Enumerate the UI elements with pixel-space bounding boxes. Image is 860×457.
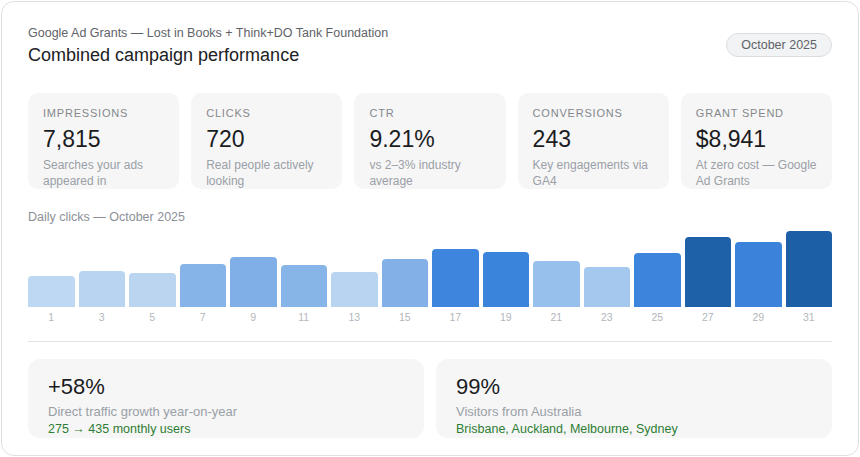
chart-bar [230,257,277,307]
chart-bar [281,265,328,307]
stat-card: CONVERSIONS 243 Key engagements via GA4 [518,93,669,189]
chart-tick-label: 31 [786,311,833,323]
highlights-row: +58% Direct traffic growth year-on-year … [28,359,832,438]
chart-tick-label: 15 [382,311,429,323]
highlight-card: 99% Visitors from Australia Brisbane, Au… [436,359,832,438]
stat-label: CTR [369,107,490,119]
chart-bar [533,261,580,307]
header-eyebrow: Google Ad Grants — Lost in Books + Think… [28,26,388,40]
chart-bar [483,252,530,307]
chart-tick-label: 19 [483,311,530,323]
stats-row: IMPRESSIONS 7,815 Searches your ads appe… [28,93,832,189]
stat-card: IMPRESSIONS 7,815 Searches your ads appe… [28,93,179,189]
stat-description: Real people actively looking [206,158,327,189]
stat-label: IMPRESSIONS [43,107,164,119]
stat-value: 7,815 [43,126,164,153]
stat-card: CTR 9.21% vs 2–3% industry average [354,93,505,189]
stat-value: 243 [533,126,654,153]
stat-card: CLICKS 720 Real people actively looking [191,93,342,189]
chart-bar [786,231,833,307]
highlight-description: Visitors from Australia [456,404,812,419]
chart-tick-label: 11 [281,311,328,323]
page-title: Combined campaign performance [28,45,388,66]
chart-tick-label: 3 [79,311,126,323]
chart-bars [28,229,832,307]
chart-tick-label: 27 [685,311,732,323]
section-divider [28,341,832,342]
stat-value: $8,941 [696,126,817,153]
stat-card: GRANT SPEND $8,941 At zero cost — Google… [681,93,832,189]
chart-bar [180,264,227,307]
stat-description: At zero cost — Google Ad Grants [696,158,817,189]
header-titles: Google Ad Grants — Lost in Books + Think… [28,26,388,66]
highlight-detail: Brisbane, Auckland, Melbourne, Sydney [456,422,812,436]
chart-tick-label: 5 [129,311,176,323]
chart-bar [685,237,732,307]
chart-bar [634,253,681,307]
chart-bar [331,272,378,307]
chart-tick-label: 23 [584,311,631,323]
chart-tick-label: 1 [28,311,75,323]
chart-bar [735,242,782,307]
chart-bar [79,271,126,307]
chart-tick-label: 29 [735,311,782,323]
chart-axis-labels: 1 3 5 7 9 11 13 15 17 19 21 23 25 27 29 … [28,311,832,323]
chart-bar [382,259,429,307]
chart-bar [129,273,176,307]
period-badge[interactable]: October 2025 [726,33,832,57]
stat-label: CONVERSIONS [533,107,654,119]
chart-tick-label: 9 [230,311,277,323]
chart-tick-label: 21 [533,311,580,323]
highlight-card: +58% Direct traffic growth year-on-year … [28,359,424,438]
chart-bar [432,249,479,307]
header: Google Ad Grants — Lost in Books + Think… [28,26,832,66]
stat-value: 720 [206,126,327,153]
chart-tick-label: 13 [331,311,378,323]
stat-label: CLICKS [206,107,327,119]
stat-label: GRANT SPEND [696,107,817,119]
highlight-detail: 275 → 435 monthly users [48,422,404,436]
chart-bar [28,276,75,307]
dashboard-card: Google Ad Grants — Lost in Books + Think… [1,1,859,456]
stat-description: vs 2–3% industry average [369,158,490,189]
highlight-value: 99% [456,374,812,400]
daily-clicks-chart: Daily clicks — October 2025 1 3 5 7 9 11… [28,210,832,323]
chart-tick-label: 7 [180,311,227,323]
chart-caption: Daily clicks — October 2025 [28,210,832,224]
chart-tick-label: 25 [634,311,681,323]
stat-description: Searches your ads appeared in [43,158,164,189]
highlight-description: Direct traffic growth year-on-year [48,404,404,419]
chart-bar [584,267,631,307]
highlight-value: +58% [48,374,404,400]
stat-value: 9.21% [369,126,490,153]
stat-description: Key engagements via GA4 [533,158,654,189]
chart-tick-label: 17 [432,311,479,323]
